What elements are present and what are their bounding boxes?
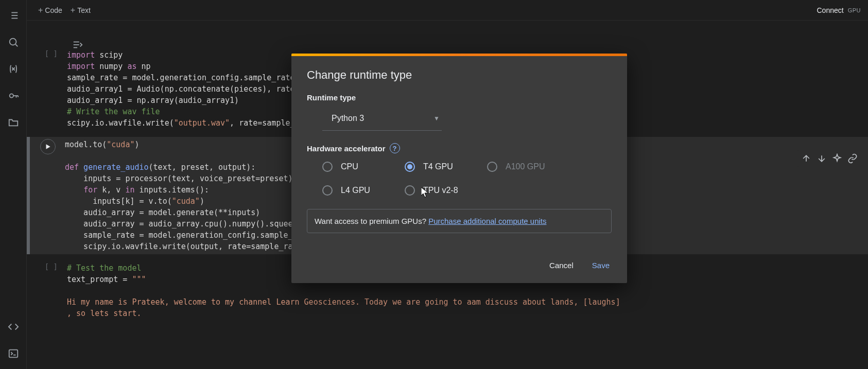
runtime-type-select[interactable]: Python 3 ▼ [322, 106, 442, 131]
cancel-button[interactable]: Cancel [547, 258, 576, 273]
runtime-type-label: Runtime type [307, 93, 612, 102]
save-button[interactable]: Save [590, 258, 612, 273]
files-icon[interactable] [7, 116, 20, 129]
reformat-icon[interactable] [72, 39, 83, 52]
svg-marker-17 [46, 144, 50, 149]
accel-option-l4[interactable]: L4 GPU [322, 185, 374, 196]
plus-icon: + [71, 6, 75, 15]
terminal-icon[interactable] [7, 347, 20, 360]
radio-icon [322, 162, 333, 172]
accel-option-cpu[interactable]: CPU [322, 162, 374, 172]
toc-icon[interactable] [7, 9, 20, 22]
play-icon[interactable] [40, 139, 56, 154]
add-text-label: Text [77, 6, 91, 14]
sparkle-icon[interactable] [832, 153, 842, 164]
svg-point-6 [9, 39, 16, 45]
accel-option-tpu[interactable]: TPU v2-8 [405, 185, 458, 196]
accel-option-a100[interactable]: A100 GPU [487, 162, 545, 172]
radio-icon [322, 185, 333, 196]
help-icon[interactable]: ? [390, 143, 400, 153]
cell-toolbar [797, 150, 862, 167]
accelerator-label: Hardware accelerator ? [307, 143, 612, 153]
variables-icon[interactable] [7, 63, 20, 75]
runtime-type-value: Python 3 [332, 114, 364, 123]
cell-exec-button[interactable]: [ ] [41, 47, 58, 131]
runtime-badge: GPU [848, 7, 861, 13]
cell-exec-button[interactable]: [ ] [41, 260, 58, 321]
svg-line-7 [15, 44, 18, 46]
radio-icon [487, 162, 497, 172]
chevron-down-icon: ▼ [433, 115, 440, 122]
modal-actions: Cancel Save [307, 258, 612, 273]
connect-button[interactable]: Connect [817, 6, 844, 14]
search-icon[interactable] [7, 36, 20, 48]
radio-icon [405, 185, 415, 196]
link-icon[interactable] [847, 153, 858, 164]
add-code-label: Code [45, 6, 62, 14]
upsell-box: Want access to premium GPUs? Purchase ad… [307, 209, 612, 233]
plus-icon: + [38, 6, 43, 15]
upsell-text: Want access to premium GPUs? [315, 217, 428, 225]
top-toolbar: + Code + Text Connect GPU [27, 0, 868, 21]
add-text-button[interactable]: + Text [66, 4, 95, 17]
svg-point-8 [9, 94, 13, 97]
accel-option-t4[interactable]: T4 GPU [405, 162, 456, 172]
radio-icon [405, 162, 415, 172]
move-down-icon[interactable] [817, 153, 827, 164]
left-rail [0, 0, 27, 369]
runtime-modal: Change runtime type Runtime type Python … [291, 54, 627, 283]
upsell-link[interactable]: Purchase additional compute units [428, 217, 546, 225]
code-snippets-icon[interactable] [7, 321, 20, 333]
svg-rect-12 [9, 350, 18, 358]
secrets-icon[interactable] [7, 90, 20, 102]
modal-title: Change runtime type [307, 68, 612, 82]
cell-run-button[interactable] [39, 137, 56, 254]
move-up-icon[interactable] [801, 153, 811, 164]
add-code-button[interactable]: + Code [34, 4, 66, 17]
accelerator-radio-group: CPU T4 GPU A100 GPU L4 GPU TPU v2-8 [322, 162, 611, 196]
